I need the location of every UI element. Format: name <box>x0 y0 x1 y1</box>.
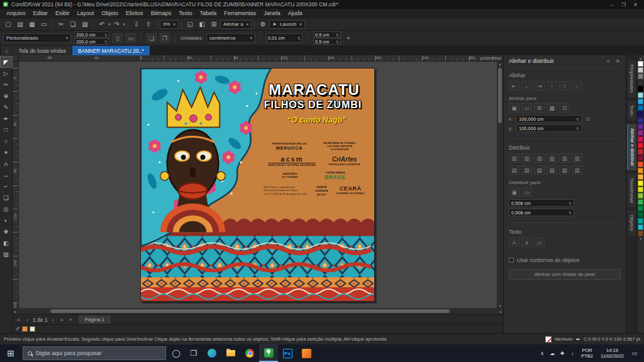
color-swatch[interactable] <box>638 218 643 224</box>
page-tab[interactable]: Página 1 <box>79 315 111 324</box>
undo-icon[interactable]: ↶ <box>96 19 108 30</box>
shape-tool[interactable]: ▷ <box>1 68 12 79</box>
transparency-tool[interactable]: ◐ <box>1 215 12 226</box>
gear-icon[interactable]: ⚙ <box>257 19 269 30</box>
docker-tab-alinhar-e-distribuir[interactable]: Alinhar e distribuir <box>627 124 636 170</box>
current-page-button[interactable]: ❏ <box>147 33 157 43</box>
first-page-button[interactable]: « <box>15 317 22 323</box>
align-point-icon[interactable]: ⊡ <box>586 116 590 122</box>
ruler-origin-corner[interactable] <box>13 55 19 62</box>
snap-toggle-icon[interactable]: ⊞ <box>208 19 219 30</box>
color-swatch[interactable] <box>638 187 643 192</box>
file-explorer-taskbar-icon[interactable] <box>221 344 240 362</box>
contour-tool[interactable]: ◎ <box>1 204 12 214</box>
horizontal-scrollbar-thumb[interactable] <box>50 309 450 313</box>
smart-fill-tool[interactable]: ▨ <box>1 249 12 260</box>
interactive-fill-tool[interactable]: ◧ <box>1 238 12 248</box>
menu-texto[interactable]: Texto <box>175 9 196 17</box>
menu-objeto[interactable]: Objeto <box>98 9 123 17</box>
color-swatch[interactable] <box>638 231 643 236</box>
eyedropper-icon[interactable]: ✐ <box>16 326 20 332</box>
start-button[interactable]: ⊞ <box>0 344 21 362</box>
horizontal-scrollbar[interactable]: ◂ ▸ <box>13 308 503 314</box>
redo-icon[interactable]: ↷ <box>111 19 123 30</box>
docker-tab-objetos[interactable]: Objetos <box>628 211 636 236</box>
last-page-button[interactable]: » <box>58 317 65 323</box>
spinner-icon[interactable]: ⇅ <box>576 117 579 121</box>
pick-tool[interactable]: ◤ <box>1 57 12 67</box>
polygon-tool[interactable]: ✶ <box>1 147 12 158</box>
spinner-icon[interactable]: ⇅ <box>336 40 339 44</box>
nudge-distance-field[interactable]: 0,01 cm ⇅ <box>266 33 303 43</box>
zoom-level-select[interactable]: 9% ▾ <box>160 20 179 29</box>
photoshop-taskbar-icon[interactable]: Ps <box>278 344 297 362</box>
print-icon[interactable]: ▭ <box>38 19 50 30</box>
text-last-baseline-button[interactable]: a <box>521 238 532 247</box>
ellipse-tool[interactable]: ○ <box>1 136 12 146</box>
minimize-button[interactable]: – <box>606 1 617 8</box>
color-swatch[interactable] <box>638 180 643 186</box>
volume-icon[interactable]: ♪ <box>567 351 577 356</box>
spinner-icon[interactable]: ⇅ <box>569 211 572 215</box>
docker-close-icon[interactable]: ✕ <box>614 58 621 64</box>
artistic-media-tool[interactable]: ✒ <box>1 113 12 124</box>
view-toggle-icon[interactable]: ◧ <box>196 19 208 30</box>
scroll-up-icon[interactable]: ▴ <box>499 62 501 66</box>
document-color-swatch[interactable] <box>22 326 28 332</box>
menu-editar[interactable]: Editar <box>30 9 52 17</box>
color-swatch[interactable] <box>638 162 643 167</box>
maximize-button[interactable]: ❐ <box>618 1 629 8</box>
snap-to-select[interactable]: Alinhar a ▾ <box>220 20 252 29</box>
canvas[interactable]: MARACATU FILHOS DE ZUMBI “O canto Nagô” … <box>19 62 497 308</box>
distribute-h-button[interactable]: ▥ <box>547 153 557 163</box>
distribute-extent-selection-button[interactable]: ▣ <box>509 187 519 197</box>
menu-bitmaps[interactable]: Bitmaps <box>147 9 175 17</box>
color-swatch[interactable] <box>638 155 643 161</box>
distribute-h-button[interactable]: ▥ <box>559 153 570 163</box>
distribute-h-button[interactable]: ▥ <box>572 153 582 163</box>
text-bounding-box-button[interactable]: ▭ <box>534 238 545 247</box>
align-right-button[interactable]: ⇥ <box>534 81 545 90</box>
color-swatch[interactable] <box>638 136 643 142</box>
text-tool[interactable]: A <box>1 158 12 169</box>
color-swatch[interactable] <box>638 80 643 85</box>
docker-flyout-icon[interactable]: » <box>605 58 611 64</box>
color-swatch[interactable] <box>638 174 643 180</box>
orange-app-taskbar-icon[interactable] <box>297 344 316 362</box>
export-icon[interactable]: ⇧ <box>143 19 154 30</box>
page-height-field[interactable]: 200,0 cm ⇅ <box>74 38 109 45</box>
color-swatch[interactable] <box>638 130 643 136</box>
use-object-outline-checkbox[interactable] <box>509 258 514 263</box>
distribute-v-button[interactable]: ▤ <box>534 165 545 175</box>
align-middle-button[interactable]: ↕ <box>559 81 570 90</box>
color-swatch[interactable] <box>638 99 643 104</box>
next-page-button[interactable]: › <box>50 317 57 323</box>
text-first-baseline-button[interactable]: A <box>509 238 519 247</box>
align-bottom-button[interactable]: ↓ <box>572 81 582 90</box>
menu-ferramentas[interactable]: Ferramentas <box>220 9 260 17</box>
coreldraw-taskbar-icon[interactable] <box>259 344 278 362</box>
color-swatch[interactable] <box>638 143 643 148</box>
drop-shadow-tool[interactable]: ❏ <box>1 192 12 203</box>
import-icon[interactable]: ⇩ <box>131 19 142 30</box>
rectangle-tool[interactable]: □ <box>1 124 12 135</box>
new-document-icon[interactable]: ▢ <box>3 19 14 30</box>
document-tab[interactable]: BANNER MARACATU 20..* <box>72 46 150 55</box>
fullscreen-preview-icon[interactable]: ◱ <box>184 19 196 30</box>
align-grid-button[interactable]: ▦ <box>547 103 557 112</box>
units-select[interactable]: centimetros ▾ <box>206 33 255 43</box>
edge-taskbar-icon[interactable] <box>203 344 221 362</box>
align-x-field[interactable]: 100,000 cm ⇅ <box>516 115 582 123</box>
use-object-outline-option[interactable]: Usar contornos de objetos <box>509 257 621 263</box>
redo-dropdown-icon[interactable]: ▾ <box>123 22 126 27</box>
scroll-right-icon[interactable]: ▸ <box>500 309 502 314</box>
welcome-screen-tab[interactable]: Tela de boas-vindas <box>13 46 72 55</box>
menu-exibir[interactable]: Exibir <box>52 9 74 17</box>
align-left-button[interactable]: ⇤ <box>509 81 519 90</box>
search-input[interactable] <box>36 350 149 356</box>
tray-chevron-icon[interactable]: ∧ <box>537 351 547 356</box>
freehand-tool[interactable]: ✎ <box>1 102 12 112</box>
add-page-button[interactable]: + <box>67 317 74 323</box>
distribute-h-button[interactable]: ▥ <box>534 153 545 163</box>
duplicate-x-field[interactable]: 0,5 cm ⇅ <box>313 31 341 38</box>
